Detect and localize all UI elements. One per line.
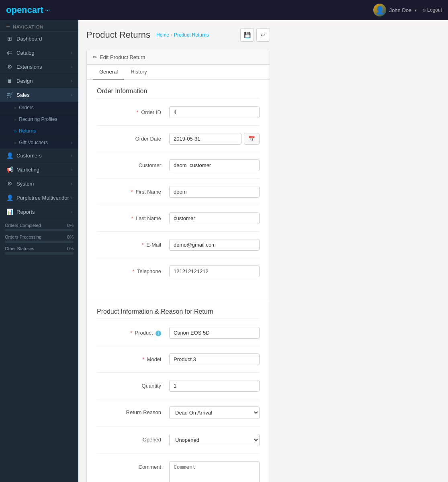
form-group-product: * Product i — [97, 327, 260, 346]
chevron-right-icon: › — [71, 141, 72, 145]
card-header-label: Edit Product Return — [100, 54, 145, 60]
sidebar-item-dashboard[interactable]: ⊞ Dashboard — [0, 32, 78, 46]
first-name-input[interactable] — [169, 186, 260, 198]
required-star: * — [131, 215, 133, 221]
avatar: 👤 — [373, 4, 386, 16]
form-group-telephone: * Telephone — [97, 266, 260, 284]
breadcrumb-current[interactable]: Product Returns — [174, 32, 209, 38]
save-button[interactable]: 💾 — [240, 28, 254, 42]
comment-textarea[interactable] — [169, 461, 260, 482]
sidebar-item-recurring[interactable]: Recurring Profiles — [0, 114, 78, 125]
chevron-right-icon: › — [71, 167, 72, 172]
progress-value: 0% — [67, 223, 74, 228]
main-content: Product Returns Home › Product Returns 💾… — [78, 20, 278, 482]
chevron-right-icon: › — [71, 65, 72, 69]
tab-general-label: General — [99, 69, 118, 75]
progress-section: Orders Completed 0% Orders Processing 0% — [0, 219, 78, 262]
required-star: * — [131, 189, 133, 195]
model-input[interactable] — [169, 353, 260, 365]
order-id-input[interactable] — [169, 106, 260, 118]
order-date-input[interactable] — [169, 133, 241, 145]
form-group-quantity: Quantity — [97, 380, 260, 399]
sidebar-item-returns[interactable]: Returns — [0, 125, 78, 137]
form-group-comment: Comment — [97, 461, 260, 482]
return-reason-label: Return Reason — [97, 406, 169, 415]
logout-button[interactable]: ⎋ Logout — [423, 7, 442, 13]
header-right: 👤 John Doe ▾ ⎋ Logout — [373, 4, 442, 16]
progress-bar-bg — [5, 241, 74, 243]
email-input[interactable] — [169, 239, 260, 251]
sidebar-item-extensions[interactable]: ⚙ Extensions › — [0, 60, 78, 74]
sidebar-item-label: Dashboard — [16, 36, 42, 42]
form-group-order-id: * Order ID — [97, 106, 260, 126]
customer-input[interactable] — [169, 159, 260, 171]
chevron-right-icon: › — [71, 196, 72, 200]
required-star: * — [142, 356, 144, 362]
sidebar-item-design[interactable]: 🖥 Design › — [0, 74, 78, 88]
sidebar-item-gift-vouchers[interactable]: Gift Vouchers › — [0, 137, 78, 149]
page-header: Product Returns Home › Product Returns 💾… — [86, 28, 270, 42]
telephone-label: * Telephone — [97, 266, 169, 274]
return-reason-select[interactable]: Dead On Arrival Order Error Received Wro… — [169, 406, 260, 419]
sidebar-item-label: Marketing — [16, 167, 39, 173]
purpletree-icon: 👤 — [6, 194, 13, 201]
form-group-email: * E-Mail — [97, 239, 260, 258]
page-title: Product Returns — [86, 30, 150, 40]
sidebar-item-customers[interactable]: 👤 Customers › — [0, 149, 78, 163]
customers-icon: 👤 — [6, 152, 13, 159]
customer-label: Customer — [97, 159, 169, 168]
user-info[interactable]: 👤 John Doe ▾ — [373, 4, 417, 16]
reports-icon: 📊 — [6, 208, 13, 215]
sidebar: ☰ NAVIGATION ⊞ Dashboard 🏷 Catalog › ⚙ E… — [0, 20, 78, 482]
back-button[interactable]: ↩ — [256, 28, 270, 42]
sidebar-item-label: Reports — [16, 209, 35, 215]
gift-vouchers-label: Gift Vouchers — [19, 140, 48, 145]
sidebar-item-purpletree[interactable]: 👤 Purpletree Multivendor › — [0, 191, 78, 205]
opened-select[interactable]: Unopened Opened — [169, 434, 260, 446]
user-dropdown-icon: ▾ — [415, 8, 417, 12]
progress-label-text: Orders Completed — [5, 223, 41, 228]
form-group-first-name: * First Name — [97, 186, 260, 205]
breadcrumb-home[interactable]: Home — [156, 32, 169, 38]
sidebar-item-sales[interactable]: 🛒 Sales › — [0, 88, 78, 102]
order-date-label: Order Date — [97, 133, 169, 142]
progress-orders-processing: Orders Processing 0% — [5, 235, 74, 243]
product-label: * Product i — [97, 327, 169, 336]
layout: ☰ NAVIGATION ⊞ Dashboard 🏷 Catalog › ⚙ E… — [0, 20, 448, 482]
product-section-title: Product Information & Reason for Return — [97, 308, 260, 319]
product-input[interactable] — [169, 327, 260, 339]
info-icon[interactable]: i — [155, 331, 161, 336]
email-label: * E-Mail — [97, 239, 169, 248]
progress-label-text: Other Statuses — [5, 246, 34, 251]
last-name-input[interactable] — [169, 212, 260, 224]
sidebar-item-label: Purpletree Multivendor — [16, 195, 69, 201]
quantity-input[interactable] — [169, 380, 260, 392]
sidebar-item-marketing[interactable]: 📢 Marketing › — [0, 163, 78, 177]
tab-history[interactable]: History — [124, 65, 153, 80]
comment-label: Comment — [97, 461, 169, 470]
system-icon: ⚙ — [6, 180, 13, 187]
sidebar-item-system[interactable]: ⚙ System › — [0, 177, 78, 191]
logout-label: Logout — [427, 7, 442, 13]
sidebar-item-reports[interactable]: 📊 Reports › — [0, 205, 78, 219]
chevron-right-icon: › — [71, 79, 72, 83]
nav-header: ☰ NAVIGATION — [0, 20, 78, 32]
sidebar-item-label: Sales — [16, 92, 30, 98]
required-star: * — [133, 268, 135, 274]
progress-value: 0% — [67, 246, 74, 251]
sidebar-item-orders[interactable]: Orders — [0, 102, 78, 114]
dashboard-icon: ⊞ — [6, 35, 13, 42]
sidebar-item-label: Design — [16, 78, 33, 84]
tabs: General History — [87, 65, 270, 80]
sidebar-item-catalog[interactable]: 🏷 Catalog › — [0, 46, 78, 60]
tab-general[interactable]: General — [93, 65, 124, 80]
logo[interactable]: opencart ·-· — [6, 5, 50, 15]
extensions-icon: ⚙ — [6, 63, 13, 70]
required-star: * — [136, 109, 138, 115]
hamburger-icon: ☰ — [6, 24, 10, 29]
form-group-customer: Customer — [97, 159, 260, 179]
calendar-button[interactable]: 📅 — [244, 133, 260, 145]
pencil-icon: ✏ — [93, 54, 97, 60]
telephone-input[interactable] — [169, 266, 260, 277]
progress-orders-completed: Orders Completed 0% — [5, 223, 74, 231]
